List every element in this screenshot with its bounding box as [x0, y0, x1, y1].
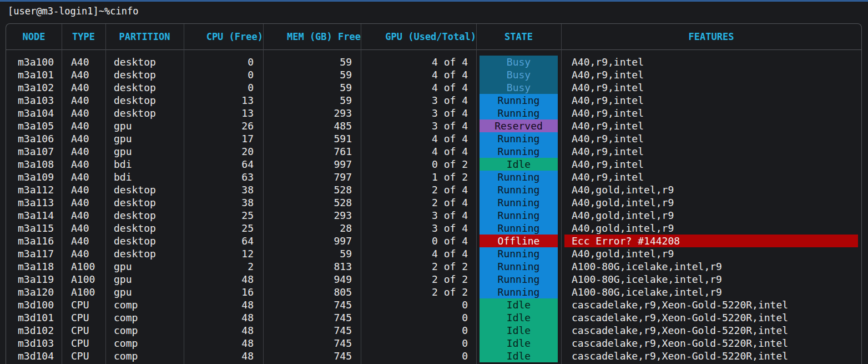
type-cell: A40 — [62, 81, 105, 94]
table-row: m3a101A40desktop0594 of 4BusyA40,r9,inte… — [6, 68, 861, 81]
type-cell: A40 — [62, 132, 105, 145]
column-header-mem-gb-free: MEM (GB) Free — [263, 31, 361, 42]
state-cell: Running — [476, 94, 561, 107]
state-cell: Idle — [476, 324, 561, 337]
features-cell: cascadelake,r9,Xeon-Gold-5220R,intel — [561, 298, 861, 311]
gpu-cell: 4 of 4 — [361, 68, 476, 81]
node-cell: m3a114 — [6, 209, 62, 222]
mem-free-cell: 59 — [263, 81, 361, 94]
gpu-cell: 3 of 4 — [361, 107, 476, 119]
state-cell: Busy — [476, 68, 561, 81]
status-badge: Running — [480, 196, 558, 209]
partition-cell: gpu — [105, 260, 184, 273]
type-cell: A40 — [62, 209, 105, 222]
partition-cell: comp — [105, 311, 184, 324]
gpu-cell: 2 of 4 — [361, 183, 476, 196]
status-badge: Running — [480, 222, 558, 235]
status-badge: Running — [480, 247, 558, 260]
partition-cell: desktop — [105, 68, 184, 81]
features-text: A40,r9,intel — [561, 119, 861, 132]
table-row: m3a100A40desktop0594 of 4BusyA40,r9,inte… — [6, 56, 861, 68]
partition-cell: desktop — [105, 94, 184, 107]
gpu-cell: 1 of 2 — [361, 171, 476, 183]
partition-cell: gpu — [105, 286, 184, 298]
column-separator — [561, 24, 562, 364]
features-text: A40,r9,intel — [561, 94, 861, 107]
features-text: A40,r9,intel — [561, 132, 861, 145]
partition-cell: gpu — [105, 273, 184, 286]
node-cell: m3a107 — [6, 145, 62, 158]
state-cell: Running — [476, 196, 561, 209]
type-cell: A100 — [62, 273, 105, 286]
gpu-cell: 3 of 4 — [361, 222, 476, 235]
terminal-prompt[interactable]: [user@m3-login1]~%cinfo — [8, 4, 138, 18]
features-text: A40,r9,intel — [561, 145, 861, 158]
cpu-free-cell: 48 — [184, 350, 263, 362]
status-badge: Running — [480, 145, 558, 158]
status-badge: Idle — [480, 311, 558, 324]
features-text: A40,gold,intel,r9 — [561, 209, 861, 222]
features-text: A100-80G,icelake,intel,r9 — [561, 286, 861, 298]
features-text: cascadelake,r9,Xeon-Gold-5220R,intel — [561, 298, 861, 311]
gpu-cell: 4 of 4 — [361, 81, 476, 94]
cpu-free-cell: 20 — [184, 145, 263, 158]
features-text: cascadelake,r9,Xeon-Gold-5220R,intel — [561, 337, 861, 350]
state-cell: Offline — [476, 235, 561, 247]
table-row: m3a118A100gpu28132 of 2RunningA100-80G,i… — [6, 260, 861, 273]
features-cell: A40,gold,intel,r9 — [561, 183, 861, 196]
cpu-free-cell: 0 — [184, 81, 263, 94]
node-cell: m3a117 — [6, 247, 62, 260]
cpu-free-cell: 64 — [184, 158, 263, 171]
node-cell: m3d101 — [6, 311, 62, 324]
column-header-type: TYPE — [62, 31, 105, 42]
gpu-cell: 0 — [361, 350, 476, 362]
status-badge: Busy — [480, 56, 558, 68]
type-cell: CPU — [62, 350, 105, 362]
status-badge: Busy — [480, 81, 558, 94]
features-cell: A100-80G,icelake,intel,r9 — [561, 260, 861, 273]
state-cell: Idle — [476, 337, 561, 350]
type-cell: A40 — [62, 171, 105, 183]
mem-free-cell: 293 — [263, 107, 361, 119]
type-cell: CPU — [62, 298, 105, 311]
cpu-free-cell: 0 — [184, 56, 263, 68]
table-row: m3a115A40desktop25283 of 4RunningA40,gol… — [6, 222, 861, 235]
partition-cell: gpu — [105, 132, 184, 145]
type-cell: A40 — [62, 183, 105, 196]
gpu-cell: 0 of 2 — [361, 158, 476, 171]
partition-cell: comp — [105, 324, 184, 337]
column-separator — [361, 24, 361, 364]
window-accent-bar — [0, 0, 868, 2]
table-row: m3a117A40desktop12594 of 4RunningA40,gol… — [6, 247, 861, 260]
node-cell: m3a112 — [6, 183, 62, 196]
features-cell: A40,r9,intel — [561, 94, 861, 107]
state-cell: Busy — [476, 56, 561, 68]
features-cell: cascadelake,r9,Xeon-Gold-5220R,intel — [561, 350, 861, 362]
node-cell: m3a118 — [6, 260, 62, 273]
node-cell: m3a115 — [6, 222, 62, 235]
table-row: m3a114A40desktop252933 of 4RunningA40,go… — [6, 209, 861, 222]
table-row: m3d101CPUcomp487450Idlecascadelake,r9,Xe… — [6, 311, 861, 324]
table-row: m3d100CPUcomp487450Idlecascadelake,r9,Xe… — [6, 298, 861, 311]
status-badge: Running — [480, 132, 558, 145]
mem-free-cell: 59 — [263, 247, 361, 260]
state-cell: Idle — [476, 158, 561, 171]
partition-cell: gpu — [105, 119, 184, 132]
features-text: A40,r9,intel — [561, 158, 861, 171]
features-cell: A40,r9,intel — [561, 68, 861, 81]
column-header-node: NODE — [6, 31, 62, 42]
gpu-cell: 0 — [361, 298, 476, 311]
node-cell: m3a102 — [6, 81, 62, 94]
cpu-free-cell: 48 — [184, 324, 263, 337]
state-cell: Busy — [476, 81, 561, 94]
partition-cell: desktop — [105, 222, 184, 235]
gpu-cell: 0 — [361, 311, 476, 324]
features-cell: A40,r9,intel — [561, 56, 861, 68]
state-cell: Running — [476, 209, 561, 222]
state-cell: Running — [476, 171, 561, 183]
partition-cell: comp — [105, 350, 184, 362]
features-cell: A40,r9,intel — [561, 119, 861, 132]
status-badge: Running — [480, 183, 558, 196]
table-row: m3a102A40desktop0594 of 4BusyA40,r9,inte… — [6, 81, 861, 94]
table-row: m3a116A40desktop649970 of 4OfflineEcc Er… — [6, 235, 861, 247]
